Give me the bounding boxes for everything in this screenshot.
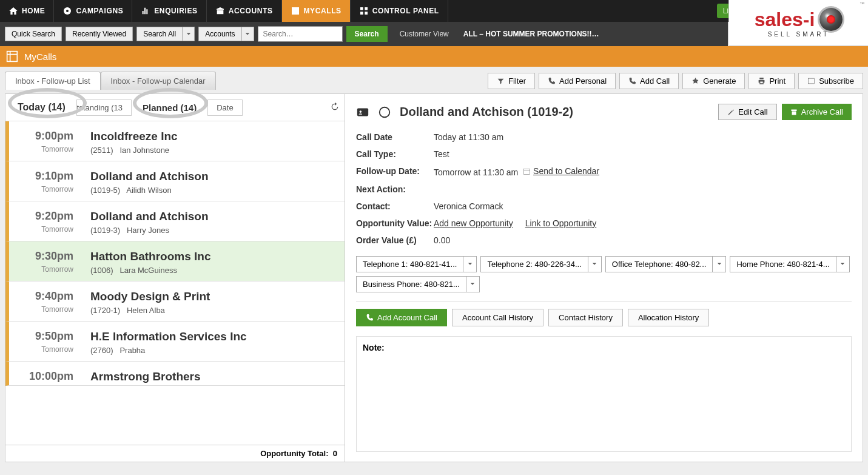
nav-control-panel[interactable]: CONTROL PANEL — [351, 0, 448, 22]
call-row[interactable]: 9:00pmTomorrow Incoldfreeze Inc(2511) Ia… — [5, 121, 345, 161]
tab-today[interactable]: Today (14) — [9, 99, 74, 116]
add-opportunity-link[interactable]: Add new Opportunity — [434, 218, 513, 228]
phone-chevron-icon[interactable] — [588, 257, 601, 272]
filter-bar: Quick Search Recently Viewed Search All … — [0, 22, 728, 46]
phone-plus-icon — [366, 314, 374, 322]
accounts-dropdown[interactable]: Accounts — [198, 27, 241, 41]
quick-search-button[interactable]: Quick Search — [5, 27, 62, 41]
generate-button[interactable]: Generate — [682, 73, 745, 89]
add-account-call-button[interactable]: Add Account Call — [356, 309, 447, 326]
tab-followup-list[interactable]: Inbox - Follow-up List — [5, 72, 101, 90]
nav-enquiries[interactable]: ENQUIRIES — [132, 0, 206, 22]
call-date-label: Call Date — [356, 132, 434, 142]
filter-button[interactable]: Filter — [488, 73, 535, 89]
call-sub: (1019-5) Ailidh Wilson — [90, 186, 209, 195]
phone-add-icon — [628, 77, 636, 85]
call-date-value: Today at 11:30 am — [434, 132, 503, 142]
page-title: MyCalls — [24, 52, 56, 62]
note-label: Note: — [363, 343, 385, 352]
add-personal-button[interactable]: Add Personal — [539, 73, 616, 89]
search-all-chevron-icon[interactable] — [183, 27, 195, 41]
tab-followup-calendar[interactable]: Inbox - Follow-up Calendar — [101, 72, 216, 90]
call-time: 9:40pm — [20, 290, 73, 303]
control-panel-icon — [359, 6, 369, 16]
search-all-dropdown[interactable]: Search All — [136, 27, 183, 41]
call-time: 9:00pm — [20, 130, 73, 143]
phone-chevron-icon[interactable] — [466, 277, 479, 292]
call-day: Tomorrow — [20, 185, 73, 194]
call-row[interactable]: 9:10pmTomorrow Dolland and Atchison(1019… — [5, 161, 345, 201]
allocation-history-button[interactable]: Allocation History — [628, 309, 709, 326]
recently-viewed-button[interactable]: Recently Viewed — [66, 27, 133, 41]
contact-history-button[interactable]: Contact History — [548, 309, 623, 326]
subscribe-button[interactable]: Subscribe — [798, 73, 863, 89]
archive-call-button[interactable]: Archive Call — [782, 104, 852, 120]
phone-dropdown[interactable]: Office Telephone: 480-82... — [605, 256, 727, 272]
link-opportunity-link[interactable]: Link to Opportunity — [525, 218, 597, 228]
nav-home[interactable]: HOME — [0, 0, 54, 22]
svg-rect-14 — [792, 111, 796, 115]
call-row[interactable]: 9:20pmTomorrow Dolland and Atchison(1019… — [5, 201, 345, 241]
call-day: Tomorrow — [20, 225, 73, 234]
call-row[interactable]: 9:30pmTomorrow Hatton Bathrooms Inc(1006… — [5, 241, 345, 281]
call-row[interactable]: 9:50pmTomorrow H.E Information Services … — [5, 322, 345, 362]
call-row[interactable]: 9:40pmTomorrow Moody Design & Print(1720… — [5, 281, 345, 322]
home-icon — [8, 6, 18, 16]
accounts-icon — [215, 6, 225, 16]
svg-rect-4 — [360, 12, 363, 15]
call-list[interactable]: 9:00pmTomorrow Incoldfreeze Inc(2511) Ia… — [5, 121, 345, 445]
tab-date[interactable]: Date — [207, 99, 242, 116]
print-button[interactable]: Print — [749, 73, 795, 89]
send-to-calendar-link[interactable]: Send to Calendar — [533, 166, 599, 176]
gauge-icon — [378, 106, 391, 119]
phone-chevron-icon[interactable] — [712, 257, 725, 272]
nav-campaigns[interactable]: CAMPAIGNS — [54, 0, 132, 22]
phone-dropdown[interactable]: Business Phone: 480-821... — [356, 276, 480, 292]
note-area: Note: — [356, 336, 852, 453]
opportunity-total: Opportunity Total: 0 — [5, 445, 345, 462]
svg-rect-15 — [524, 169, 530, 174]
opp-value-label: Opportunity Value: — [356, 218, 434, 228]
call-company: Dolland and Atchison — [90, 170, 209, 183]
view-tabs: Inbox - Follow-up List Inbox - Follow-up… — [5, 72, 216, 90]
generate-icon — [691, 77, 699, 85]
call-time: 9:30pm — [20, 250, 73, 263]
svg-point-1 — [66, 10, 69, 12]
nav-mycalls[interactable]: MYCALLS — [282, 0, 351, 22]
subscribe-icon — [807, 77, 815, 85]
call-sub: (1019-3) Harry Jones — [90, 226, 209, 235]
accounts-chevron-icon[interactable] — [242, 27, 254, 41]
pencil-icon — [727, 109, 735, 116]
mycalls-icon — [291, 6, 300, 16]
contact-label: Contact: — [356, 201, 434, 211]
edit-call-button[interactable]: Edit Call — [718, 104, 776, 120]
call-sub: (2511) Ian Johnstone — [90, 146, 178, 155]
svg-rect-3 — [365, 7, 368, 10]
call-sub: (1720-1) Helen Alba — [90, 306, 210, 315]
search-button[interactable]: Search — [346, 26, 388, 42]
tab-outstanding[interactable]: tstanding (13 — [76, 99, 132, 116]
phone-chevron-icon[interactable] — [463, 257, 476, 272]
followup-date-value: Tomorrow at 11:30 am — [434, 167, 518, 177]
call-detail-panel: Dolland and Atchison (1019-2) Edit Call … — [345, 94, 863, 462]
phone-dropdown[interactable]: Telephone 1: 480-821-41... — [356, 256, 477, 272]
search-input[interactable] — [258, 26, 343, 42]
call-day: Tomorrow — [20, 345, 73, 354]
phone-icon — [548, 77, 556, 85]
phone-dropdowns: Telephone 1: 480-821-41...Telephone 2: 4… — [356, 256, 852, 292]
phone-chevron-icon[interactable] — [836, 257, 849, 272]
tab-planned[interactable]: Planned (14) — [134, 99, 205, 116]
svg-point-11 — [360, 110, 362, 113]
order-value: 0.00 — [434, 235, 450, 245]
add-call-button[interactable]: Add Call — [619, 73, 679, 89]
phone-dropdown[interactable]: Home Phone: 480-821-4... — [730, 256, 849, 272]
nav-accounts[interactable]: ACCOUNTS — [207, 0, 282, 22]
phone-label: Business Phone: 480-821... — [357, 277, 466, 292]
call-company: H.E Information Services Inc — [90, 330, 247, 343]
account-call-history-button[interactable]: Account Call History — [452, 309, 543, 326]
call-row[interactable]: 10:00pm Armstrong Brothers — [5, 362, 345, 386]
call-company: Incoldfreeze Inc — [90, 130, 178, 143]
refresh-button[interactable] — [330, 102, 341, 113]
phone-dropdown[interactable]: Telephone 2: 480-226-34... — [480, 256, 601, 272]
order-value-label: Order Value (£) — [356, 235, 434, 245]
